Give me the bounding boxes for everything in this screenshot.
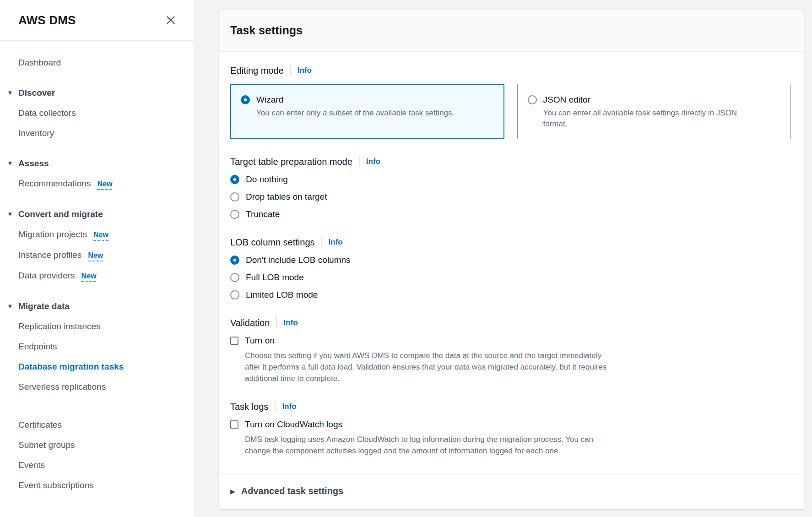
section-label: Discover: [18, 88, 55, 98]
sidebar-item-recommendations[interactable]: RecommendationsNew: [0, 174, 194, 194]
info-link[interactable]: Info: [298, 65, 312, 76]
radio-label: Truncate: [246, 209, 280, 220]
description-line: after it performs a full data load. Vali…: [245, 361, 793, 373]
task-settings-card: Task settings Editing mode Info Wizard Y…: [219, 9, 804, 509]
editing-mode-label-row: Editing mode Info: [230, 65, 793, 76]
sidebar-item-migration-projects[interactable]: Migration projectsNew: [0, 224, 194, 245]
close-icon: [165, 15, 176, 26]
checkbox-icon[interactable]: [230, 337, 238, 345]
sidebar-section-migrate-data: ▼ Migrate data Replication instances End…: [0, 296, 194, 397]
info-link[interactable]: Info: [283, 317, 298, 328]
description-line: Choose this setting if you want AWS DMS …: [245, 350, 793, 361]
sidebar-item-event-subscriptions[interactable]: Event subscriptions: [0, 475, 194, 495]
sidebar-item-database-migration-tasks[interactable]: Database migration tasks: [0, 357, 194, 377]
lob-settings-section: LOB column settings Info Don't include L…: [230, 236, 793, 300]
validation-label-row: Validation Info: [230, 317, 793, 329]
info-link[interactable]: Info: [366, 156, 380, 167]
sidebar-divider: [11, 411, 183, 411]
json-editor-tile-title: JSON editor: [543, 93, 737, 106]
sidebar-nav: Dashboard ▼ Discover Data collectors Inv…: [0, 41, 194, 505]
radio-icon[interactable]: [230, 256, 239, 265]
radio-icon[interactable]: [230, 175, 239, 184]
sidebar-header: AWS DMS: [0, 0, 194, 41]
checkbox-icon[interactable]: [230, 420, 238, 429]
task-logs-section: Task logs Info Turn on CloudWatch logs D…: [230, 401, 793, 457]
sidebar-item-certificates[interactable]: Certificates: [0, 415, 194, 435]
target-table-prep-label: Target table preparation mode: [230, 156, 352, 168]
task-logs-description: DMS task logging uses Amazon CloudWatch …: [245, 434, 793, 457]
sidebar-item-subnet-groups[interactable]: Subnet groups: [0, 435, 194, 455]
new-badge[interactable]: New: [93, 231, 108, 241]
target-table-prep-label-row: Target table preparation mode Info: [230, 156, 793, 168]
sidebar-item-data-providers[interactable]: Data providersNew: [0, 266, 194, 286]
sidebar-item-replication-instances[interactable]: Replication instances: [0, 316, 194, 337]
radio-option-dont-include-lob[interactable]: Don't include LOB columns: [230, 255, 793, 266]
json-editor-tile[interactable]: JSON editor You can enter all available …: [517, 84, 791, 139]
task-logs-label: Task logs: [230, 401, 268, 413]
wizard-tile-content: Wizard You can enter only a subset of th…: [256, 93, 454, 130]
advanced-task-settings-label: Advanced task settings: [241, 486, 343, 496]
info-link[interactable]: Info: [282, 401, 296, 412]
radio-option-drop-tables-on-target[interactable]: Drop tables on target: [230, 191, 793, 202]
radio-icon[interactable]: [230, 273, 239, 282]
app-root: AWS DMS Dashboard ▼ Discover Data collec…: [0, 0, 812, 517]
new-badge[interactable]: New: [81, 272, 97, 282]
label-separator: [276, 317, 277, 328]
sidebar-section-convert-and-migrate: ▼ Convert and migrate Migration projects…: [0, 204, 194, 286]
advanced-task-settings-expander[interactable]: ▶ Advanced task settings: [219, 473, 804, 509]
close-sidebar-button[interactable]: [163, 13, 178, 27]
radio-label: Don't include LOB columns: [246, 255, 351, 266]
label-separator: [275, 401, 276, 412]
main-content: Task settings Editing mode Info Wizard Y…: [194, 0, 812, 517]
sidebar-title: AWS DMS: [18, 13, 76, 27]
sidebar-section-header-convert-and-migrate[interactable]: ▼ Convert and migrate: [0, 204, 194, 224]
sidebar-item-instance-profiles[interactable]: Instance profilesNew: [0, 245, 194, 266]
lob-settings-label: LOB column settings: [230, 236, 315, 248]
sidebar-item-data-collectors[interactable]: Data collectors: [0, 103, 194, 123]
caret-right-icon: ▶: [230, 488, 235, 495]
label-separator: [359, 156, 360, 167]
cloudwatch-logs-checkbox-row[interactable]: Turn on CloudWatch logs: [230, 419, 793, 430]
wizard-radio[interactable]: [241, 95, 250, 104]
info-link[interactable]: Info: [329, 237, 343, 248]
validation-label: Validation: [230, 317, 270, 329]
checkbox-label: Turn on CloudWatch logs: [245, 419, 342, 430]
new-badge[interactable]: New: [97, 180, 112, 190]
radio-option-full-lob-mode[interactable]: Full LOB mode: [230, 272, 793, 283]
wizard-tile[interactable]: Wizard You can enter only a subset of th…: [230, 84, 504, 139]
checkbox-label: Turn on: [245, 335, 275, 346]
radio-option-truncate[interactable]: Truncate: [230, 209, 793, 220]
section-label: Migrate data: [18, 301, 70, 311]
sidebar-item-dashboard[interactable]: Dashboard: [0, 53, 194, 73]
description-line: DMS task logging uses Amazon CloudWatch …: [245, 434, 793, 445]
page-title: Task settings: [230, 24, 793, 37]
sidebar-section-header-migrate-data[interactable]: ▼ Migrate data: [0, 296, 194, 316]
sidebar-section-header-discover[interactable]: ▼ Discover: [0, 83, 194, 103]
radio-option-limited-lob-mode[interactable]: Limited LOB mode: [230, 289, 793, 300]
radio-icon[interactable]: [230, 210, 239, 219]
sidebar-item-serverless-replications[interactable]: Serverless replications: [0, 377, 194, 397]
sidebar: AWS DMS Dashboard ▼ Discover Data collec…: [0, 0, 194, 517]
sidebar-item-endpoints[interactable]: Endpoints: [0, 337, 194, 357]
caret-down-icon: ▼: [6, 88, 14, 98]
task-logs-label-row: Task logs Info: [230, 401, 793, 413]
sidebar-section-header-assess[interactable]: ▼ Assess: [0, 153, 194, 174]
description-line: change the component activities logged a…: [245, 445, 793, 457]
sidebar-section-discover: ▼ Discover Data collectors Inventory: [0, 83, 194, 143]
section-label: Assess: [18, 158, 49, 169]
sidebar-item-inventory[interactable]: Inventory: [0, 123, 194, 143]
sidebar-item-events[interactable]: Events: [0, 455, 194, 475]
json-editor-radio[interactable]: [528, 95, 537, 104]
editing-mode-tiles: Wizard You can enter only a subset of th…: [230, 84, 791, 139]
radio-icon[interactable]: [230, 192, 239, 201]
radio-label: Full LOB mode: [246, 272, 304, 283]
sidebar-item-label: Migration projects: [18, 229, 87, 239]
caret-down-icon: ▼: [6, 158, 14, 169]
radio-icon[interactable]: [230, 290, 239, 299]
radio-label: Do nothing: [246, 174, 288, 185]
radio-option-do-nothing[interactable]: Do nothing: [230, 174, 793, 185]
description-line: additional time to complete.: [245, 373, 793, 384]
new-badge[interactable]: New: [88, 251, 103, 261]
caret-down-icon: ▼: [6, 301, 14, 311]
validation-turn-on-checkbox-row[interactable]: Turn on: [230, 335, 793, 346]
